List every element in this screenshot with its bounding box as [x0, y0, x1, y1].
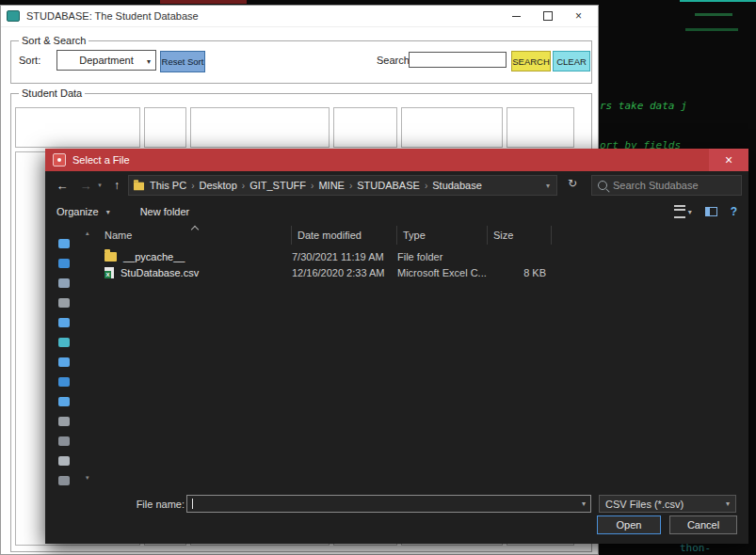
- file-type-value: CSV Files (*.csv): [605, 499, 684, 510]
- new-folder-button[interactable]: New folder: [140, 206, 190, 217]
- file-type: Microsoft Excel C...: [397, 267, 488, 278]
- dialog-title: Select a File: [72, 154, 130, 166]
- sidebar-item-icon[interactable]: [58, 259, 70, 268]
- sidebar-item-icon[interactable]: [58, 397, 70, 406]
- file-name-input[interactable]: ▾: [186, 495, 591, 513]
- file-dialog: Select a File × ← → ▾ ↑ This PC › Deskto…: [45, 149, 748, 544]
- terminal-line: rs take data j: [600, 100, 687, 113]
- breadcrumb-item[interactable]: STUDABASE: [352, 180, 425, 191]
- sidebar-item-icon[interactable]: [58, 417, 70, 426]
- minimize-icon: [512, 16, 521, 17]
- sort-search-group: Sort & Search Sort: Department ▾ Reset S…: [10, 40, 592, 84]
- file-row[interactable]: StuDatabase.csv 12/16/2020 2:33 AM Micro…: [99, 264, 546, 280]
- file-date: 12/16/2020 2:33 AM: [292, 267, 397, 278]
- app-icon: [7, 10, 20, 22]
- file-list-header: Name Date modified Type Size: [99, 226, 552, 245]
- sidebar-scrollbar[interactable]: ▴ ▾: [83, 226, 96, 485]
- breadcrumb-item[interactable]: Studabase: [427, 180, 487, 191]
- terminal-text-fragment: [685, 28, 738, 31]
- change-view-button[interactable]: ▾: [674, 205, 692, 218]
- file-type: File folder: [397, 251, 488, 262]
- breadcrumb-item[interactable]: Desktop: [194, 180, 241, 191]
- sidebar-item-icon[interactable]: [58, 278, 70, 288]
- list-view-icon: [674, 205, 685, 218]
- close-button[interactable]: ×: [563, 6, 594, 26]
- maximize-button[interactable]: [532, 6, 563, 26]
- minimize-button[interactable]: [501, 6, 532, 26]
- help-icon[interactable]: ?: [731, 205, 737, 218]
- column-header-label: Type: [403, 230, 426, 241]
- search-button[interactable]: SEARCH: [511, 51, 551, 71]
- search-input[interactable]: [409, 52, 507, 68]
- terminal-divider-line: [680, 0, 756, 2]
- dialog-navbar: ← → ▾ ↑ This PC › Desktop › GIT_STUFF › …: [45, 171, 748, 199]
- folder-icon: [105, 252, 117, 262]
- scroll-up-icon[interactable]: ▴: [86, 230, 89, 237]
- chevron-down-icon: ▾: [688, 208, 692, 216]
- open-button[interactable]: Open: [597, 515, 661, 534]
- file-row[interactable]: __pycache__ 7/30/2021 11:19 AM File fold…: [99, 248, 546, 264]
- sort-label: Sort:: [19, 55, 40, 66]
- sort-ascending-icon: [191, 226, 199, 233]
- sidebar-item-icon[interactable]: [58, 436, 70, 446]
- search-icon: [598, 181, 607, 190]
- dialog-toolbar: Organize ▾ New folder ▾ ?: [45, 199, 748, 224]
- recent-locations-chevron-icon[interactable]: ▾: [94, 182, 105, 189]
- maximize-icon: [543, 11, 553, 21]
- chevron-down-icon: ▾: [726, 500, 730, 508]
- dialog-close-button[interactable]: ×: [709, 149, 748, 171]
- sidebar-item-icon[interactable]: [58, 338, 70, 347]
- column-header-label: Date modified: [298, 230, 362, 241]
- column-header-name[interactable]: Name: [99, 226, 292, 245]
- app-titlebar[interactable]: STUDABASE: The Student Database ×: [1, 6, 598, 27]
- sidebar-item-icon[interactable]: [58, 357, 70, 367]
- sidebar-item-icon[interactable]: [58, 476, 70, 485]
- breadcrumb[interactable]: This PC › Desktop › GIT_STUFF › MINE › S…: [128, 175, 557, 196]
- chevron-down-icon: ▾: [106, 208, 110, 216]
- places-sidebar: [45, 226, 83, 485]
- reset-sort-button[interactable]: Reset Sort: [160, 51, 205, 72]
- up-icon[interactable]: ↑: [107, 179, 126, 192]
- close-icon: ×: [725, 153, 732, 166]
- sort-dropdown[interactable]: Department ▾: [56, 50, 156, 71]
- close-icon: ×: [575, 9, 582, 23]
- table-header-cell: [401, 107, 503, 148]
- breadcrumb-item[interactable]: GIT_STUFF: [245, 180, 311, 191]
- breadcrumb-item[interactable]: This PC: [145, 180, 191, 191]
- search-placeholder: Search Studabase: [613, 180, 699, 191]
- dialog-footer: File name: ▾ CSV Files (*.csv) ▾ Open Ca…: [45, 485, 748, 544]
- breadcrumb-item[interactable]: MINE: [314, 180, 349, 191]
- preview-pane-icon[interactable]: [705, 207, 717, 216]
- organize-button[interactable]: Organize: [56, 206, 99, 217]
- forward-icon[interactable]: →: [76, 179, 95, 193]
- table-header-cell: [15, 107, 140, 148]
- sidebar-item-icon[interactable]: [58, 239, 70, 248]
- app-title: STUDABASE: The Student Database: [26, 10, 199, 22]
- sidebar-item-icon[interactable]: [58, 298, 70, 308]
- column-header-type[interactable]: Type: [397, 226, 488, 245]
- sidebar-item-icon[interactable]: [58, 456, 70, 466]
- refresh-icon[interactable]: ↻: [563, 177, 582, 190]
- sidebar-item-icon[interactable]: [58, 318, 70, 327]
- scroll-down-icon[interactable]: ▾: [86, 474, 89, 482]
- file-type-dropdown[interactable]: CSV Files (*.csv) ▾: [599, 495, 736, 513]
- column-header-size[interactable]: Size: [488, 226, 552, 245]
- table-header-cell: [333, 107, 397, 148]
- group-label: Sort & Search: [19, 35, 88, 46]
- dialog-titlebar[interactable]: Select a File ×: [45, 149, 748, 171]
- folder-icon: [134, 182, 144, 190]
- cancel-button[interactable]: Cancel: [669, 515, 737, 534]
- back-icon[interactable]: ←: [53, 179, 72, 193]
- file-size: 8 KB: [488, 267, 546, 278]
- dialog-search-box[interactable]: Search Studabase: [591, 175, 742, 196]
- column-header-date-modified[interactable]: Date modified: [292, 226, 397, 245]
- clear-button[interactable]: CLEAR: [553, 51, 590, 71]
- chevron-down-icon[interactable]: ▾: [546, 182, 553, 190]
- sort-dropdown-value: Department: [79, 55, 133, 66]
- chevron-down-icon[interactable]: ▾: [582, 500, 586, 508]
- file-name: StuDatabase.csv: [121, 267, 199, 278]
- sidebar-item-icon[interactable]: [58, 377, 70, 387]
- file-date: 7/30/2021 11:19 AM: [292, 251, 397, 262]
- file-name: __pycache__: [123, 251, 185, 262]
- table-header-cell: [190, 107, 330, 148]
